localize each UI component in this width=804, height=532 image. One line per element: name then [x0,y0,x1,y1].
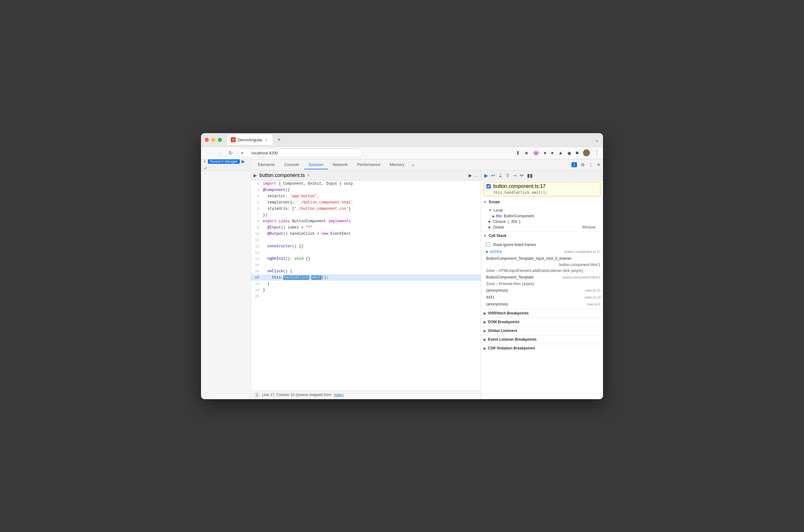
callstack-4431[interactable]: 4431 main.ts:13 [481,294,603,301]
show-ignore-checkbox[interactable] [486,243,490,247]
global-scope-item[interactable]: ▶ Global Window [481,224,603,230]
event-listener-arrow: ▶ [484,338,486,341]
step-into-button[interactable]: ⇣ [498,173,502,178]
closure-scope-item[interactable]: ▶ Closure (355) [481,219,603,224]
bookmark-icon[interactable]: ★ [524,150,529,156]
resume-debugger-button[interactable]: ▶ [484,173,488,178]
closure-title: Closure [493,220,506,224]
source-link[interactable]: main.j [334,393,344,397]
main-content: + Paused in debugger ▶ ⤶ Elements Consol… [201,159,603,399]
tab-elements[interactable]: Elements [253,160,279,169]
step-button[interactable]: ⇾ [513,173,517,178]
code-line-17: 17 this.handleClick.emit(); [251,274,481,281]
extension5-icon[interactable]: ◆ [567,150,571,156]
avatar-icon[interactable] [583,149,590,156]
tab-performance[interactable]: Performance [352,160,384,169]
step-out-button[interactable]: ⇧ [505,173,510,178]
share-icon[interactable]: ⬆ [516,150,520,156]
scope-section-header[interactable]: ▼ Scope [481,197,603,206]
extension2-icon[interactable]: ♠ [543,150,547,156]
show-ignore-label: Show ignore-listed frames [493,243,536,247]
reload-button[interactable]: ↻ [227,149,234,157]
callstack-template-listener[interactable]: ButtonComponent_Template_input_click_0_l… [481,255,603,262]
callstack-template-listener-loc: button.component.html:1 [481,262,603,268]
format-button[interactable]: ▶ [468,173,472,178]
breakpoint-checkbox[interactable] [486,184,491,189]
dom-arrow: ▶ [484,320,486,324]
callstack-buttoncomponent-template[interactable]: ButtonComponent_Template button.componen… [481,274,603,281]
callstack-onclick-name: onClick [490,249,564,254]
extension4-icon[interactable]: ▲ [558,150,563,156]
forward-button[interactable]: → [216,149,224,157]
pause-label: Paused in debugger [210,160,238,163]
window-chevron[interactable]: ⌄ [595,136,599,143]
callstack-template-listener-name: ButtonComponent_Template_input_click_0_l… [486,256,600,261]
event-listener-breakpoints-header[interactable]: ▶ Event Listener Breakpoints [481,335,603,344]
devtools-body: ▶ button.component.ts × ▶ … 2 import { C… [251,171,603,399]
extension6-icon[interactable]: ■ [575,150,579,156]
resume-button[interactable]: ▶ [242,159,245,164]
code-line-12: 12 constructor() {} [251,243,481,249]
tab-sources[interactable]: Sources [304,160,328,169]
closure-num: 355 [511,220,517,224]
more-tabs-button[interactable]: » [409,161,417,169]
close-button[interactable] [205,138,209,142]
callstack-anon-2[interactable]: (anonymous) main.js:2 [481,301,603,308]
address-input[interactable]: ● localhost:4200 [237,149,363,157]
deactivate-breakpoints-button[interactable]: ✏ [520,173,524,178]
tab-console[interactable]: Console [280,160,304,169]
source-panel-toggle[interactable]: ▶ [253,173,257,178]
source-file-tab: ▶ button.component.ts × ▶ … [251,171,481,180]
callstack-onclick[interactable]: ▶ onClick button.component.ts:17 [481,248,603,255]
step-over-debugger-button[interactable]: ↩ [491,173,495,178]
status-text: Line 17, Column 10 (source mapped from [262,393,331,397]
devtools: Elements Console Sources Network Perform… [251,159,603,399]
callstack-section-header[interactable]: ▼ Call Stack [481,231,603,240]
step-over-button[interactable]: ⤶ [204,166,207,171]
event-listener-breakpoints-label: Event Listener Breakpoints [488,337,536,342]
callstack-arrow: ▼ [484,234,487,238]
extensions-icon[interactable]: 👾 [533,150,539,156]
source-more-button[interactable]: … [474,173,478,178]
devtools-close-button[interactable]: ✕ [597,162,600,167]
settings-button[interactable]: ⚙ [581,162,585,167]
callstack-zone-addeventlistener: Zone – HTMLInputElement.addEventListener… [481,268,603,274]
chat-icon[interactable]: 1 [571,162,577,167]
tab-close-button[interactable]: × [265,137,269,142]
menu-icon[interactable]: ⋮ [594,150,599,156]
callstack-anon-1[interactable]: (anonymous) main.ts:15 [481,287,603,294]
minimize-button[interactable] [211,138,215,142]
devtools-more-button[interactable]: ⋮ [589,162,593,167]
code-line-10: 10 @Output() handleClick = new EventEmit [251,231,481,237]
local-this-item[interactable]: ▶ this: ButtonComponent [481,213,603,219]
code-line-19: 19 } [251,287,481,293]
csp-arrow: ▶ [484,347,486,350]
new-tab-button[interactable]: + [275,137,284,143]
xhr-breakpoints-header[interactable]: ▶ XHR/fetch Breakpoints [481,309,603,318]
lock-icon: ● [241,151,243,155]
pause-on-exceptions-button[interactable]: ▮▮ [527,173,533,178]
callstack-zone-promise: Zone – Promise.then (async) [481,281,603,287]
back-button[interactable]: ← [205,149,212,157]
global-arrow: ▶ [489,225,491,229]
code-line-18: 18 } [251,281,481,287]
dom-breakpoints-header[interactable]: ▶ DOM Breakpoints [481,318,603,326]
maximize-button[interactable] [218,138,222,142]
add-source-button[interactable]: + [204,159,206,164]
browser-tab[interactable]: A DemoAngular × [227,135,273,145]
csp-breakpoints-header[interactable]: ▶ CSP Violation Breakpoints [481,344,603,353]
traffic-lights [205,138,222,142]
code-line-4: 4 selector: 'app-button', [251,193,481,200]
local-title: Local [494,208,503,212]
global-listeners-header[interactable]: ▶ Global Listeners [481,326,603,335]
left-panel: + Paused in debugger ▶ ⤶ [201,159,251,399]
extension3-icon[interactable]: ● [551,150,554,156]
global-listeners-arrow: ▶ [484,329,486,332]
csp-breakpoints-label: CSP Violation Breakpoints [488,346,535,350]
source-format-button[interactable]: {} [254,392,260,397]
tab-network[interactable]: Network [328,160,352,169]
code-editor[interactable]: 2 import { Component, OnInit, Input } ou… [251,180,481,391]
tab-memory[interactable]: Memory [385,160,409,169]
source-file-close[interactable]: × [307,173,309,177]
local-scope-item[interactable]: ▼ Local [481,208,603,213]
